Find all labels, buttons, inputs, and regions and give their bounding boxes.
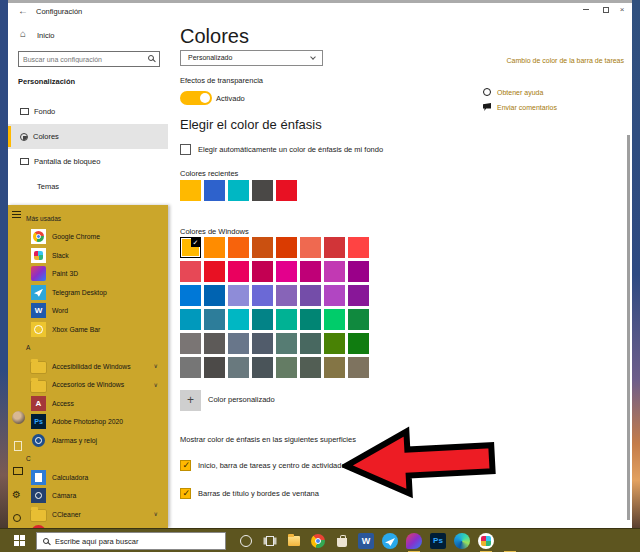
start-app-item-access[interactable]: Access (8, 394, 168, 413)
minimize-button[interactable] (578, 4, 594, 16)
windows-color-swatch[interactable] (252, 333, 273, 354)
scrollbar[interactable] (627, 135, 630, 520)
settings-search-box[interactable] (18, 51, 160, 67)
back-arrow-icon[interactable]: ← (18, 5, 28, 16)
windows-color-swatch[interactable] (276, 285, 297, 306)
start-app-item-paint-3d[interactable]: Paint 3D (8, 265, 168, 284)
windows-color-swatch[interactable] (252, 357, 273, 378)
taskbar-telegram-icon[interactable] (382, 533, 398, 549)
windows-color-swatch[interactable] (204, 237, 225, 258)
taskbar-settings-icon[interactable] (502, 533, 518, 549)
windows-color-swatch[interactable] (228, 261, 249, 282)
windows-color-swatch[interactable] (348, 261, 369, 282)
sidebar-item-pantalla-de-bloqueo[interactable]: Pantalla de bloqueo (8, 149, 168, 174)
windows-color-swatch[interactable] (204, 333, 225, 354)
start-app-item-alarmas-y-reloj[interactable]: Alarmas y reloj (8, 431, 168, 450)
windows-color-swatch[interactable] (324, 333, 345, 354)
windows-color-swatch[interactable] (348, 309, 369, 330)
recent-color-swatch[interactable] (180, 180, 201, 201)
windows-color-swatch[interactable] (276, 261, 297, 282)
windows-color-swatch[interactable] (252, 237, 273, 258)
auto-accent-checkbox[interactable] (180, 144, 191, 155)
taskbar-search-box[interactable] (36, 532, 226, 550)
recent-color-swatch[interactable] (228, 180, 249, 201)
start-app-item-adobe-photoshop-2020[interactable]: Adobe Photoshop 2020 (8, 413, 168, 432)
windows-color-swatch[interactable] (300, 261, 321, 282)
sidebar-item-temas[interactable]: Temas (8, 174, 168, 199)
start-app-item-camara[interactable]: Cámara (8, 487, 168, 506)
sidebar-item-fondo[interactable]: Fondo (8, 99, 168, 124)
surface-checkbox[interactable] (180, 460, 191, 471)
close-button[interactable]: × (614, 4, 630, 16)
color-mode-dropdown[interactable]: Personalizado (180, 50, 323, 66)
settings-search-input[interactable] (23, 53, 143, 65)
windows-color-swatch[interactable] (300, 309, 321, 330)
taskbar-cortana-icon[interactable] (238, 533, 254, 549)
taskbar-edge-icon[interactable] (454, 533, 470, 549)
windows-color-swatch[interactable] (348, 285, 369, 306)
windows-color-swatch[interactable] (300, 357, 321, 378)
windows-color-swatch[interactable] (348, 357, 369, 378)
windows-color-swatch[interactable] (204, 261, 225, 282)
windows-color-swatch[interactable] (180, 261, 201, 282)
taskbar-chrome-icon[interactable] (310, 533, 326, 549)
start-app-item-slack[interactable]: Slack (8, 246, 168, 265)
windows-color-swatch[interactable] (204, 285, 225, 306)
windows-color-swatch[interactable] (300, 333, 321, 354)
windows-color-swatch[interactable] (180, 285, 201, 306)
sidebar-item-inicio[interactable]: Inicio (37, 31, 55, 40)
windows-color-swatch[interactable] (324, 357, 345, 378)
windows-color-swatch[interactable] (180, 357, 201, 378)
windows-color-swatch[interactable] (228, 357, 249, 378)
windows-color-swatch[interactable] (252, 285, 273, 306)
windows-color-swatch[interactable] (252, 261, 273, 282)
recent-color-swatch[interactable] (276, 180, 297, 201)
custom-color-button[interactable]: + (180, 390, 201, 411)
windows-color-swatch[interactable] (348, 237, 369, 258)
taskbar-store-icon[interactable] (334, 533, 350, 549)
recent-color-swatch[interactable] (252, 180, 273, 201)
windows-color-swatch[interactable] (276, 357, 297, 378)
windows-color-swatch[interactable] (348, 333, 369, 354)
windows-color-swatch[interactable] (252, 309, 273, 330)
windows-color-swatch[interactable] (324, 309, 345, 330)
windows-color-swatch[interactable] (204, 357, 225, 378)
start-app-item-ccleaner[interactable]: CCleaner∨ (8, 505, 168, 524)
windows-color-swatch[interactable] (300, 285, 321, 306)
start-app-item-calculadora[interactable]: Calculadora (8, 468, 168, 487)
windows-color-swatch[interactable] (180, 309, 201, 330)
windows-color-swatch[interactable] (276, 237, 297, 258)
taskbar-color-link[interactable]: Cambio de color de la barra de tareas (506, 57, 624, 64)
taskbar-word-icon[interactable] (358, 533, 374, 549)
start-app-item-accesorios-de-windows[interactable]: Accesorios de Windows∨ (8, 376, 168, 395)
surface-checkbox[interactable] (180, 488, 191, 499)
taskbar-task-view-icon[interactable] (262, 533, 278, 549)
windows-color-swatch[interactable] (276, 309, 297, 330)
transparency-toggle[interactable] (180, 91, 212, 105)
start-app-item-telegram-desktop[interactable]: Telegram Desktop (8, 283, 168, 302)
windows-color-swatch[interactable] (324, 285, 345, 306)
send-feedback-row[interactable]: Enviar comentarios (483, 103, 557, 111)
windows-color-swatch[interactable] (228, 333, 249, 354)
start-button[interactable] (14, 535, 25, 546)
windows-color-swatch[interactable] (300, 237, 321, 258)
taskbar-slack-icon[interactable] (478, 533, 494, 549)
sidebar-item-colores[interactable]: Colores (8, 124, 168, 149)
taskbar-file-explorer-icon[interactable] (286, 533, 302, 549)
start-app-item-google-chrome[interactable]: Google Chrome (8, 228, 168, 247)
get-help-row[interactable]: Obtener ayuda (483, 88, 543, 96)
start-app-item-word[interactable]: Word (8, 302, 168, 321)
windows-color-swatch[interactable] (180, 237, 201, 258)
recent-color-swatch[interactable] (204, 180, 225, 201)
windows-color-swatch[interactable] (324, 261, 345, 282)
windows-color-swatch[interactable] (324, 237, 345, 258)
windows-color-swatch[interactable] (180, 333, 201, 354)
windows-color-swatch[interactable] (228, 237, 249, 258)
taskbar-photoshop-icon[interactable] (430, 533, 446, 549)
taskbar-search-input[interactable] (55, 535, 215, 548)
start-app-item-accesibilidad-de-windows[interactable]: Accesibilidad de Windows∨ (8, 357, 168, 376)
windows-color-swatch[interactable] (276, 333, 297, 354)
maximize-button[interactable] (598, 4, 614, 16)
windows-color-swatch[interactable] (228, 309, 249, 330)
windows-color-swatch[interactable] (204, 309, 225, 330)
